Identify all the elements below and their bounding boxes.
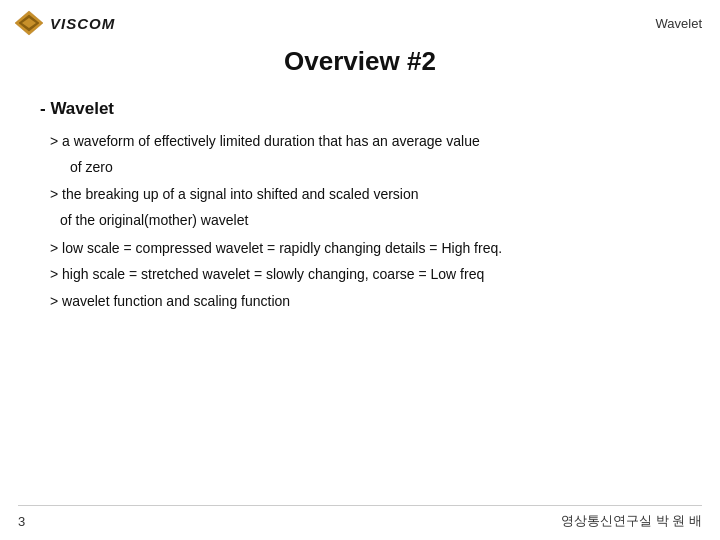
logo-icon [14,10,44,36]
bullet-item-5: > low scale = compressed wavelet = rapid… [50,238,680,258]
bullet-item-7: > wavelet function and scaling function [50,291,680,311]
header: VISCOM Wavelet [0,0,720,40]
bullet-item-6: > high scale = stretched wavelet = slowl… [50,264,680,284]
logo-text: VISCOM [50,15,115,32]
footer: 3 영상통신연구실 박 원 배 [18,505,702,530]
footer-affiliation: 영상통신연구실 박 원 배 [561,512,702,530]
section-heading: - Wavelet [40,99,680,119]
slide-title: Overview #2 [40,46,680,77]
main-content: Overview #2 - Wavelet > a waveform of ef… [0,40,720,327]
bullet-item-1: > a waveform of effectively limited dura… [50,131,680,151]
logo-area: VISCOM [14,10,115,36]
footer-page-number: 3 [18,514,25,529]
bullet-item-4: of the original(mother) wavelet [60,210,680,230]
slide-container: VISCOM Wavelet Overview #2 - Wavelet > a… [0,0,720,540]
bullet-item-2: of zero [70,157,680,177]
header-page-label: Wavelet [656,16,702,31]
bullet-item-3: > the breaking up of a signal into shift… [50,184,680,204]
